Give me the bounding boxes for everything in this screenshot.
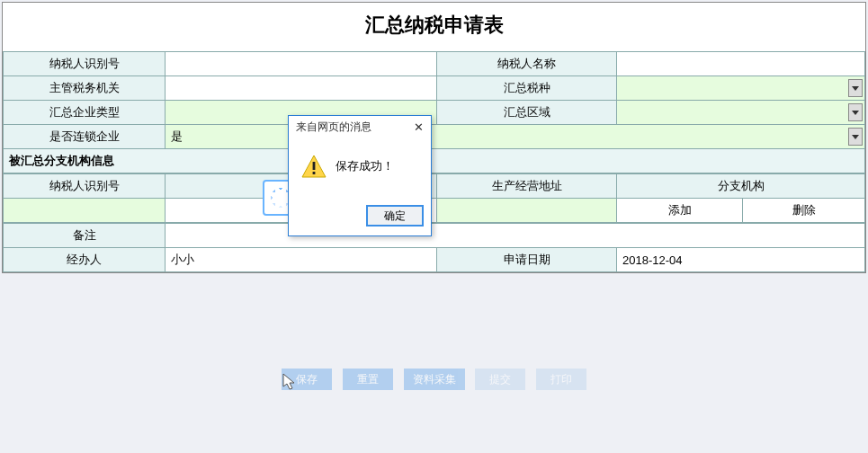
page-title: 汇总纳税申请表	[3, 3, 865, 51]
close-icon[interactable]: ✕	[414, 121, 424, 133]
col-branch-taxpayer-id: 纳税人识别号	[4, 174, 166, 199]
label-tax-authority: 主管税务机关	[4, 76, 166, 101]
value-remark[interactable]	[166, 224, 865, 248]
collect-button[interactable]: 资料采集	[404, 369, 465, 390]
svg-rect-1	[313, 162, 316, 170]
ok-button[interactable]: 确定	[366, 205, 424, 226]
branch-taxpayer-id-input[interactable]	[4, 199, 166, 223]
print-button[interactable]: 打印	[536, 369, 586, 390]
label-summary-ent-type: 汇总企业类型	[4, 101, 166, 125]
branches-table: 纳税人识别号 生产经营地址 分支机构 添加 删除	[3, 173, 865, 223]
label-remark: 备注	[4, 224, 166, 248]
delete-button[interactable]: 删除	[743, 199, 865, 223]
col-branch-org: 分支机构	[617, 174, 865, 199]
value-handler[interactable]: 小小	[166, 248, 437, 272]
action-bar: 保存 重置 资料采集 提交 打印	[0, 369, 868, 390]
label-taxpayer-name: 纳税人名称	[437, 52, 617, 76]
chevron-down-icon[interactable]	[848, 79, 863, 97]
form-panel: 汇总纳税申请表 纳税人识别号 纳税人名称 主管税务机关 汇总税种 汇总企业类型 …	[2, 2, 866, 273]
svg-rect-2	[313, 172, 316, 174]
warning-icon	[301, 155, 327, 178]
label-summary-area: 汇总区域	[437, 101, 617, 125]
reset-button[interactable]: 重置	[343, 369, 393, 390]
label-chain-enterprise: 是否连锁企业	[4, 125, 166, 149]
branch-address-input[interactable]	[437, 199, 617, 223]
save-button[interactable]: 保存	[282, 369, 332, 390]
add-button[interactable]: 添加	[617, 199, 743, 223]
chevron-down-icon[interactable]	[848, 128, 863, 146]
dialog-title-text: 来自网页的消息	[296, 120, 371, 135]
select-summary-tax-type[interactable]	[617, 76, 865, 101]
application-form: 纳税人识别号 纳税人名称 主管税务机关 汇总税种 汇总企业类型 汇总区域	[3, 51, 865, 173]
value-apply-date[interactable]: 2018-12-04	[617, 248, 865, 272]
select-chain-enterprise[interactable]: 是	[166, 125, 865, 149]
label-handler: 经办人	[4, 248, 166, 272]
message-dialog: 来自网页的消息 ✕ 保存成功！ 确定	[288, 115, 432, 236]
dialog-message: 保存成功！	[336, 158, 394, 174]
label-summary-tax-type: 汇总税种	[437, 76, 617, 101]
label-apply-date: 申请日期	[437, 248, 617, 272]
label-taxpayer-id: 纳税人识别号	[4, 52, 166, 76]
value-tax-authority[interactable]	[166, 76, 437, 101]
select-summary-area[interactable]	[617, 101, 865, 125]
value-taxpayer-name[interactable]	[617, 52, 865, 76]
footer-form: 备注 经办人 小小 申请日期 2018-12-04	[3, 223, 865, 272]
submit-button[interactable]: 提交	[475, 369, 525, 390]
col-branch-address: 生产经营地址	[437, 174, 617, 199]
section-branches: 被汇总分支机构信息	[4, 149, 865, 173]
chevron-down-icon[interactable]	[848, 103, 863, 121]
value-taxpayer-id[interactable]	[166, 52, 437, 76]
